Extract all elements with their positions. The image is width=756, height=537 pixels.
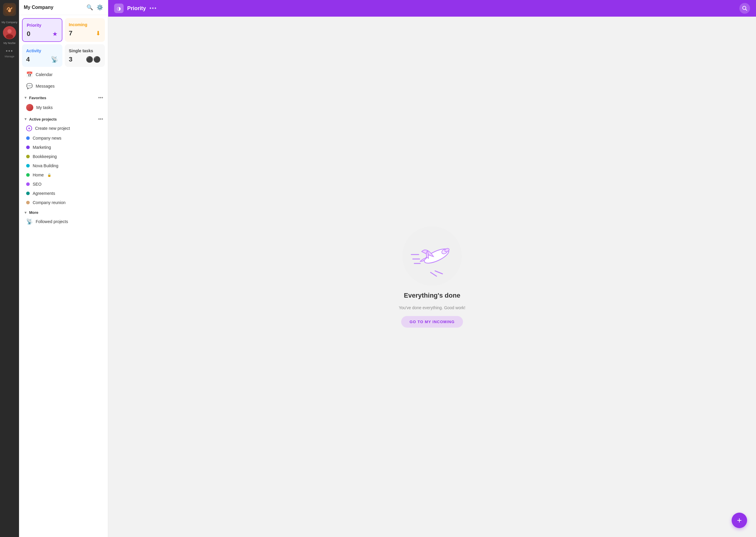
my-tasks-avatar [26,104,33,111]
project-name-label: Company reunion [33,200,66,205]
project-item[interactable]: Agreements [22,189,106,198]
more-section-title: More [29,210,38,215]
sidebar-header-actions: 🔍 ⚙️ [86,4,103,11]
activity-card-title: Activity [26,48,58,53]
project-name-label: Agreements [33,191,55,196]
my-tasks-label: My tasks [36,105,53,110]
priority-card-count: 0 [27,30,30,38]
done-subtitle: You've done everything. Good work! [399,305,466,310]
incoming-arrow-icon: ⬇ [96,30,101,37]
followed-projects-item[interactable]: 📡 Followed projects [22,216,106,227]
more-section-header[interactable]: ▼ More [19,207,108,216]
calendar-nav-item[interactable]: 📅 Calendar [22,69,106,80]
project-name-label: Home [33,173,44,177]
active-projects-section-left: ▼ Active projects [24,117,57,121]
project-item[interactable]: Company reunion [22,198,106,207]
topbar-logo-icon: ◑ [117,6,121,11]
create-new-project-item[interactable]: + Create new project [22,123,106,133]
followed-feed-icon: 📡 [26,218,33,225]
more-section-left: ▼ More [24,210,38,215]
followed-projects-label: Followed projects [36,219,68,224]
favorites-section-title: Favorites [29,96,46,100]
project-item[interactable]: Company news [22,134,106,143]
active-projects-section-title: Active projects [29,117,57,121]
manage-label: Manage [5,55,15,58]
project-color-dot [26,145,30,149]
messages-icon: 💬 [26,83,33,89]
create-new-project-label: Create new project [35,126,70,131]
sidebar-header: My Company 🔍 ⚙️ [19,0,108,15]
svg-point-1 [8,9,11,12]
active-projects-chevron-icon: ▼ [24,117,27,121]
project-color-dot [26,155,30,158]
project-item[interactable]: Home🔒 [22,171,106,180]
active-projects-section-header[interactable]: ▼ Active projects ••• [19,113,108,123]
cards-grid: Priority 0 ★ Incoming 7 ⬇ Activity 4 📡 [19,15,108,68]
calendar-icon: 📅 [26,71,33,78]
sidebar-title: My Company [24,5,54,10]
single-tasks-card[interactable]: Single tasks 3 ⚫⚫ [65,44,105,67]
project-item[interactable]: SEO [22,180,106,188]
project-color-dot [26,201,30,204]
activity-card-bottom: 4 📡 [26,56,58,63]
manage-dots-icon: ••• [6,48,13,54]
activity-card-count: 4 [26,56,30,63]
project-color-dot [26,191,30,195]
priority-card[interactable]: Priority 0 ★ [22,18,63,42]
project-item[interactable]: Bookkeeping [22,152,106,161]
incoming-card[interactable]: Incoming 7 ⬇ [65,18,105,42]
main-content: ◑ Priority ••• [108,0,756,537]
single-tasks-card-bottom: 3 ⚫⚫ [69,56,101,63]
favorites-section-left: ▼ Favorites [24,96,46,100]
company-logo[interactable] [3,3,16,16]
favorites-section-header[interactable]: ▼ Favorites ••• [19,92,108,102]
incoming-card-bottom: 7 ⬇ [69,29,101,37]
project-color-dot [26,173,30,177]
project-name-label: Marketing [33,145,51,150]
project-name-label: SEO [33,182,42,186]
topbar: ◑ Priority ••• [108,0,756,17]
user-avatar[interactable] [3,26,16,39]
project-color-dot [26,164,30,168]
priority-card-title: Priority [27,23,58,28]
empty-state: Everything's done You've done everything… [108,17,756,537]
project-color-dot [26,183,30,186]
activity-feed-icon: 📡 [51,56,58,63]
priority-star-icon: ★ [52,30,58,37]
active-projects-more-icon[interactable]: ••• [98,116,103,122]
my-tasks-item[interactable]: My tasks [22,102,106,113]
search-icon[interactable]: 🔍 [86,4,93,11]
favorites-more-icon[interactable]: ••• [98,95,103,101]
more-chevron-icon: ▼ [24,211,27,215]
project-item[interactable]: Marketing [22,143,106,152]
project-name-label: Company news [33,136,62,141]
topbar-more-icon[interactable]: ••• [150,5,157,12]
user-nozbe-label: My Nozbe [4,42,16,45]
topbar-left: ◑ Priority ••• [114,4,157,13]
go-to-incoming-button[interactable]: GO TO MY INCOMING [401,316,463,328]
messages-label: Messages [36,84,55,89]
favorites-chevron-icon: ▼ [24,96,27,100]
sidebar: My Company 🔍 ⚙️ Priority 0 ★ Incoming 7 … [19,0,108,537]
incoming-card-title: Incoming [69,22,101,27]
topbar-logo: ◑ [114,4,124,13]
sidebar-content: Priority 0 ★ Incoming 7 ⬇ Activity 4 📡 [19,15,108,537]
svg-line-11 [430,272,436,276]
single-tasks-dots-icon: ⚫⚫ [86,56,101,63]
svg-point-3 [7,29,12,33]
svg-line-10 [435,271,442,274]
single-tasks-card-title: Single tasks [69,48,101,53]
topbar-search-button[interactable] [739,3,750,14]
activity-card[interactable]: Activity 4 📡 [22,44,63,67]
priority-card-bottom: 0 ★ [27,30,58,38]
fab-add-button[interactable]: + [732,513,747,528]
project-name-label: Nova Building [33,163,58,168]
calendar-label: Calendar [36,72,53,77]
done-title: Everything's done [404,292,460,299]
messages-nav-item[interactable]: 💬 Messages [22,80,106,92]
settings-icon[interactable]: ⚙️ [97,4,103,11]
project-item[interactable]: Nova Building [22,161,106,170]
manage-button[interactable]: ••• Manage [5,48,15,58]
single-tasks-card-count: 3 [69,56,72,63]
company-name-label: My Company [1,21,17,24]
